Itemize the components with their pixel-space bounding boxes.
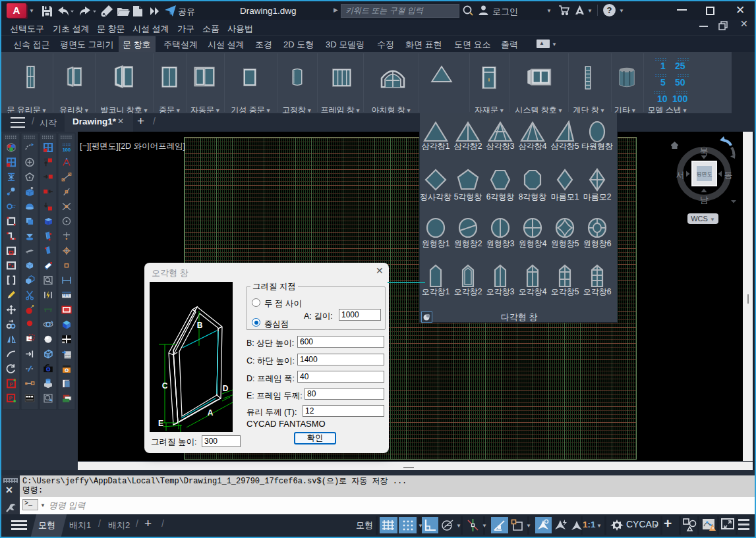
svg-text:동: 동 (724, 170, 733, 180)
svg-text:A: A (208, 408, 214, 417)
svg-text:P: P (9, 395, 13, 401)
svg-text:D: D (223, 384, 229, 393)
svg-text:서: 서 (676, 170, 685, 180)
svg-text:C: C (162, 381, 168, 390)
svg-text:B: B (197, 321, 203, 330)
svg-text:남: 남 (700, 195, 709, 205)
svg-text:평면도: 평면도 (697, 171, 712, 177)
svg-text:E: E (158, 419, 163, 428)
svg-text:100: 100 (63, 147, 71, 153)
svg-text:북: 북 (700, 146, 709, 156)
svg-text:P: P (9, 381, 13, 387)
svg-text:WMF: WMF (65, 356, 71, 358)
